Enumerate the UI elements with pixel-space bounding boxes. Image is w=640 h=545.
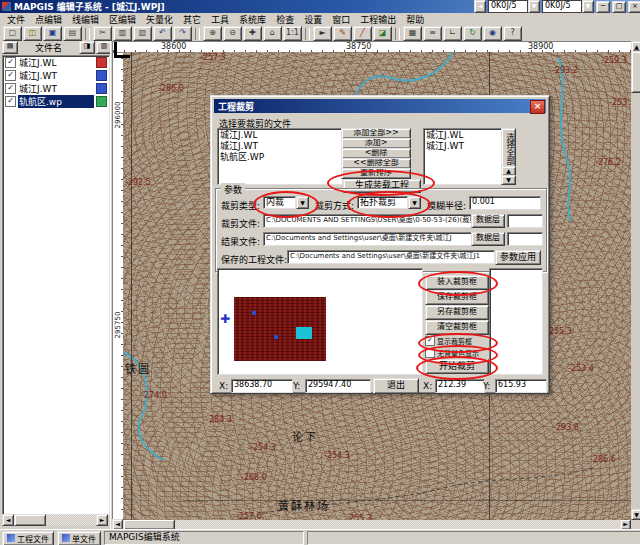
redo-icon[interactable]: ↷ (173, 26, 192, 41)
menu-item-10[interactable]: 设置 (299, 13, 327, 26)
help-icon[interactable]: ? (503, 26, 522, 41)
exit-button[interactable]: 退出 (373, 378, 419, 394)
map-hscrollbar[interactable]: ◄ ► (112, 520, 631, 529)
load-frame-button[interactable]: 装入裁剪框 (425, 275, 489, 290)
menu-item-7[interactable]: 工具 (206, 13, 234, 26)
menu-item-2[interactable]: 点编辑 (30, 13, 67, 26)
zoom-1to1-icon[interactable]: 1:1 (283, 26, 302, 41)
tab-single-file[interactable]: 单文件 (57, 531, 101, 545)
chevron-down-icon[interactable]: ▼ (408, 196, 421, 209)
tree-row-4[interactable]: ✓轨航区.wp (3, 95, 109, 108)
menu-item-4[interactable]: 区编辑 (104, 13, 141, 26)
zoom-in-icon[interactable]: ⊕ (203, 26, 222, 41)
menu-item-8[interactable]: 系统库 (234, 13, 271, 26)
checkbox-icon[interactable]: ✓ (5, 57, 16, 68)
paste-icon[interactable]: ▧ (133, 26, 152, 41)
scrollbar-track[interactable] (175, 520, 620, 530)
grid-icon[interactable]: ▦ (403, 26, 422, 41)
menu-item-13[interactable]: 帮助 (401, 13, 429, 26)
layers-icon[interactable]: ≡ (423, 26, 442, 41)
checkbox-icon[interactable]: ✓ (425, 336, 435, 346)
checkbox-icon[interactable]: ✓ (5, 70, 16, 81)
checkbox-icon[interactable] (425, 348, 435, 358)
clip-preview-panel[interactable]: ✚ (217, 268, 423, 375)
clip-method-combo[interactable]: 拓扑裁剪 ▼ (357, 196, 421, 209)
tree-item-label[interactable]: 城江J.WT (18, 82, 94, 95)
project-file-field[interactable]: C:\Documents and Settings\user\桌面\新建文件夹\… (287, 250, 495, 264)
fuzzy-radius-field[interactable]: 0.001 (469, 196, 541, 210)
scrollbar-thumb[interactable] (631, 51, 640, 93)
menu-item-6[interactable]: 其它 (178, 13, 206, 26)
tree-item-label[interactable]: 城江J.WT (18, 69, 94, 82)
reorder-button[interactable]: 重新排序 (341, 168, 411, 179)
save-frame-button[interactable]: 保存裁剪框 (425, 290, 489, 305)
data-layer-field-2[interactable] (507, 232, 543, 246)
menu-item-12[interactable]: 工程输出 (355, 13, 401, 26)
dialog-close-button[interactable]: × (530, 100, 545, 114)
clip-type-combo[interactable]: 内裁 ▼ (263, 196, 309, 209)
layer-readout-2[interactable]: 0K0J/5 ▼ (542, 1, 594, 12)
detail-view-icon[interactable]: ◨ (79, 41, 95, 54)
data-layer-button-1[interactable]: 数据层 (471, 214, 505, 228)
chevron-down-icon[interactable]: ▼ (582, 0, 594, 13)
new-file-icon[interactable]: ▢ (3, 26, 22, 41)
close-button[interactable]: × (628, 1, 640, 13)
data-layer-button-2[interactable]: 数据层 (471, 232, 505, 246)
open-file-icon[interactable]: ◫ (23, 26, 42, 41)
clip-frame-panel[interactable] (489, 268, 543, 375)
start-clip-button[interactable]: 开始裁剪 (425, 359, 489, 374)
menu-item-9[interactable]: 检查 (271, 13, 299, 26)
refresh-icon[interactable]: ↻ (463, 26, 482, 41)
pan-icon[interactable]: ✚ (243, 26, 262, 41)
clip-file-field[interactable]: C:\DOCUMENTS AND SETTINGS\USER\桌面\0-50-5… (263, 214, 473, 228)
result-file-field[interactable]: C:\Documents and Settings\user\桌面\新建文件夹\… (263, 232, 473, 246)
checkbox-icon[interactable]: ✓ (5, 83, 16, 94)
scroll-right-icon[interactable]: ► (96, 514, 108, 526)
filename-column-header[interactable]: 文件名 (19, 41, 78, 54)
save-icon[interactable]: ▣ (43, 26, 62, 41)
checkbox-icon[interactable]: ✓ (5, 96, 16, 107)
layer-readout-1[interactable]: 0K0J/5 ▼ (488, 1, 540, 12)
print-icon[interactable]: ▤ (63, 26, 82, 41)
info-icon[interactable]: ◉ (483, 26, 502, 41)
scrollbar-track[interactable] (46, 515, 96, 525)
tree-row-2[interactable]: ✓城江J.WT (3, 69, 109, 82)
select-icon[interactable]: ► (313, 26, 332, 41)
show-frame-checkbox[interactable]: ✓显示裁剪框 (425, 336, 487, 346)
list-view-icon[interactable]: ▤ (2, 41, 18, 54)
file-panel-hscrollbar[interactable]: ◄ ► (2, 515, 108, 525)
clear-frame-button[interactable]: 清空裁剪框 (425, 320, 489, 335)
map-vscrollbar[interactable]: ▲ ▼ (631, 41, 640, 520)
chevron-down-icon[interactable]: ▼ (528, 0, 540, 13)
menu-item-11[interactable]: 窗口 (327, 13, 355, 26)
tree-row-1[interactable]: ✓城江J.WL (3, 56, 109, 69)
tree-item-label[interactable]: 轨航区.wp (18, 95, 94, 108)
list-item[interactable]: 城江J.WL (220, 130, 340, 141)
scroll-down-icon[interactable]: ▼ (631, 509, 640, 520)
menu-item-3[interactable]: 线编辑 (67, 13, 104, 26)
select-all-vertical-button[interactable]: 选择全部 (501, 128, 516, 170)
menu-item-5[interactable]: 矢量化 (141, 13, 178, 26)
undo-icon[interactable]: ↶ (153, 26, 172, 41)
chevron-down-icon[interactable]: ▼ (296, 196, 309, 209)
zoom-out-icon[interactable]: ⊖ (223, 26, 242, 41)
apply-params-button[interactable]: 参数应用 (495, 250, 541, 265)
tab-project-file[interactable]: 工程文件 (2, 531, 54, 545)
point-edit-icon[interactable]: ✎ (333, 26, 352, 41)
no-background-checkbox[interactable]: 无背景色显示 (425, 348, 487, 358)
saveas-frame-button[interactable]: 另存裁剪框 (425, 305, 489, 320)
minimize-button[interactable]: ─ (596, 1, 610, 13)
list-item[interactable]: 城江J.WT (220, 141, 340, 152)
data-layer-field-1[interactable] (507, 214, 543, 228)
full-extent-icon[interactable]: ⌂ (263, 26, 282, 41)
area-edit-icon[interactable]: ◪ (373, 26, 392, 41)
move-down-icon[interactable]: ▼ (501, 175, 516, 185)
list-item[interactable]: 轨航区.WP (220, 152, 340, 163)
menu-item-1[interactable]: 文件 (2, 13, 30, 26)
list-item[interactable]: 城江J.WL (426, 130, 500, 141)
scrollbar-thumb[interactable] (14, 514, 46, 526)
scroll-left-icon[interactable]: ◄ (474, 0, 486, 13)
tree-row-3[interactable]: ✓城江J.WT (3, 82, 109, 95)
dialog-title-bar[interactable]: 工程裁剪 × (214, 99, 546, 113)
source-file-list[interactable]: 城江J.WL城江J.WT轨航区.WP (217, 128, 343, 185)
